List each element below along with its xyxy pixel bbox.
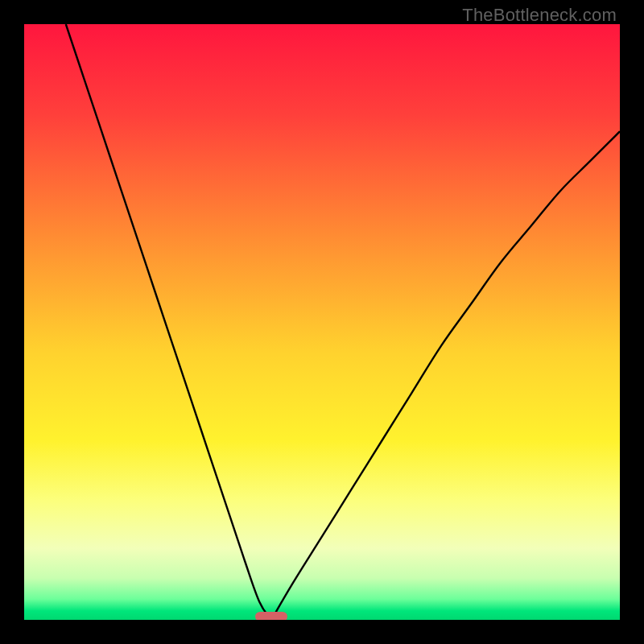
minimum-marker (255, 612, 287, 620)
plot-area (24, 24, 620, 620)
svg-rect-0 (24, 24, 620, 620)
watermark-text: TheBottleneck.com (462, 5, 617, 26)
gradient-background (24, 24, 620, 620)
